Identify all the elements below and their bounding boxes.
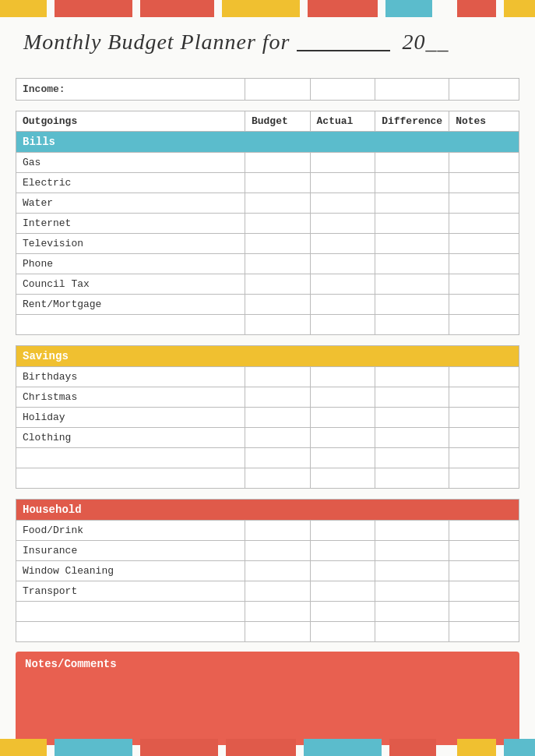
- bot-bar-gap-5: [382, 739, 389, 756]
- bot-bar-blue-3: [504, 739, 535, 756]
- column-header-row: Outgoings Budget Actual Difference Notes: [16, 111, 519, 132]
- spacer-1: [16, 101, 519, 111]
- item-electric: Electric: [16, 173, 245, 193]
- row-rent-mortgage: Rent/Mortgage: [16, 295, 519, 315]
- bot-bar-gap-4: [296, 739, 304, 756]
- col-outgoings-header: Outgoings: [16, 111, 245, 132]
- bot-bar-yellow-2: [457, 739, 496, 756]
- bar-red-2: [140, 0, 214, 17]
- item-internet: Internet: [16, 214, 245, 234]
- bar-gap-1: [47, 0, 55, 17]
- bar-yellow-3: [504, 0, 535, 17]
- income-label: Income:: [16, 79, 245, 101]
- col-diff-header: Difference: [375, 111, 449, 132]
- bot-bar-gap-7: [496, 739, 504, 756]
- bar-yellow-2: [222, 0, 300, 17]
- title-prefix: Monthly Budget Planner for: [23, 30, 290, 54]
- household-label: Household: [16, 500, 519, 521]
- item-holiday: Holiday: [16, 408, 245, 428]
- row-insurance: Insurance: [16, 541, 519, 561]
- item-insurance: Insurance: [16, 541, 245, 561]
- bot-bar-gap-1: [47, 739, 55, 756]
- spacer-2: [16, 335, 519, 346]
- row-holiday: Holiday: [16, 408, 519, 428]
- item-council-tax: Council Tax: [16, 274, 245, 295]
- budget-table: Income: Outgoings Budget Actual Differen…: [16, 78, 519, 642]
- title-line: [297, 25, 390, 51]
- bar-gap-5: [378, 0, 385, 17]
- row-clothing: Clothing: [16, 428, 519, 448]
- item-food-drink: Food/Drink: [16, 521, 245, 541]
- bar-gap-2: [132, 0, 140, 17]
- item-birthdays: Birthdays: [16, 367, 245, 387]
- row-council-tax: Council Tax: [16, 274, 519, 295]
- household-empty-2: [16, 622, 519, 642]
- item-gas: Gas: [16, 153, 245, 173]
- income-notes: [449, 79, 519, 101]
- notes-label: Notes/Comments: [25, 658, 510, 670]
- item-television: Television: [16, 234, 245, 254]
- income-budget: [245, 79, 310, 101]
- row-water: Water: [16, 193, 519, 214]
- col-budget-header: Budget: [245, 111, 310, 132]
- item-rent-mortgage: Rent/Mortgage: [16, 295, 245, 315]
- savings-label: Savings: [16, 346, 519, 367]
- bot-bar-gap-6: [436, 739, 457, 756]
- bar-gap-3: [214, 0, 222, 17]
- income-row: Income:: [16, 79, 519, 101]
- income-diff: [375, 79, 449, 101]
- bar-blue-1: [385, 0, 432, 17]
- bar-gap-7: [496, 0, 504, 17]
- bot-bar-blue-2: [304, 739, 382, 756]
- category-bills: Bills: [16, 132, 519, 153]
- title-area: Monthly Budget Planner for 20__: [23, 25, 512, 55]
- row-food-drink: Food/Drink: [16, 521, 519, 541]
- bot-bar-gap-2: [132, 739, 140, 756]
- row-gas: Gas: [16, 153, 519, 173]
- content-area: Income: Outgoings Budget Actual Differen…: [16, 78, 519, 725]
- bot-bar-red-3: [389, 739, 436, 756]
- category-savings: Savings: [16, 346, 519, 367]
- row-television: Television: [16, 234, 519, 254]
- col-notes-header: Notes: [449, 111, 519, 132]
- bot-bar-blue-1: [55, 739, 132, 756]
- bar-red-1: [55, 0, 132, 17]
- row-birthdays: Birthdays: [16, 367, 519, 387]
- row-christmas: Christmas: [16, 387, 519, 408]
- category-household: Household: [16, 500, 519, 521]
- row-phone: Phone: [16, 254, 519, 274]
- item-water: Water: [16, 193, 245, 214]
- item-phone: Phone: [16, 254, 245, 274]
- bills-empty-1: [16, 315, 519, 335]
- savings-empty-1: [16, 448, 519, 468]
- title-suffix: 20__: [403, 30, 449, 54]
- bot-bar-red-1: [140, 739, 218, 756]
- main-title: Monthly Budget Planner for 20__: [23, 30, 449, 54]
- bar-gap-4: [300, 0, 308, 17]
- page: Monthly Budget Planner for 20__ Income:: [0, 0, 535, 756]
- spacer-3: [16, 489, 519, 500]
- notes-content: [25, 675, 510, 745]
- bills-label: Bills: [16, 132, 519, 153]
- bar-red-4: [457, 0, 496, 17]
- col-actual-header: Actual: [310, 111, 375, 132]
- bar-gap-6: [432, 0, 457, 17]
- item-window-cleaning: Window Cleaning: [16, 561, 245, 581]
- row-internet: Internet: [16, 214, 519, 234]
- notes-section: Notes/Comments: [16, 652, 519, 745]
- bot-bar-yellow-1: [0, 739, 47, 756]
- item-transport: Transport: [16, 581, 245, 602]
- item-christmas: Christmas: [16, 387, 245, 408]
- row-window-cleaning: Window Cleaning: [16, 561, 519, 581]
- bot-bar-gap-3: [218, 739, 226, 756]
- income-actual: [310, 79, 375, 101]
- item-clothing: Clothing: [16, 428, 245, 448]
- household-empty-1: [16, 602, 519, 622]
- bar-yellow-1: [0, 0, 47, 17]
- bar-red-3: [308, 0, 378, 17]
- bottom-bar: [0, 739, 535, 756]
- bot-bar-red-2: [226, 739, 296, 756]
- savings-empty-2: [16, 468, 519, 489]
- row-electric: Electric: [16, 173, 519, 193]
- top-bar: [0, 0, 535, 17]
